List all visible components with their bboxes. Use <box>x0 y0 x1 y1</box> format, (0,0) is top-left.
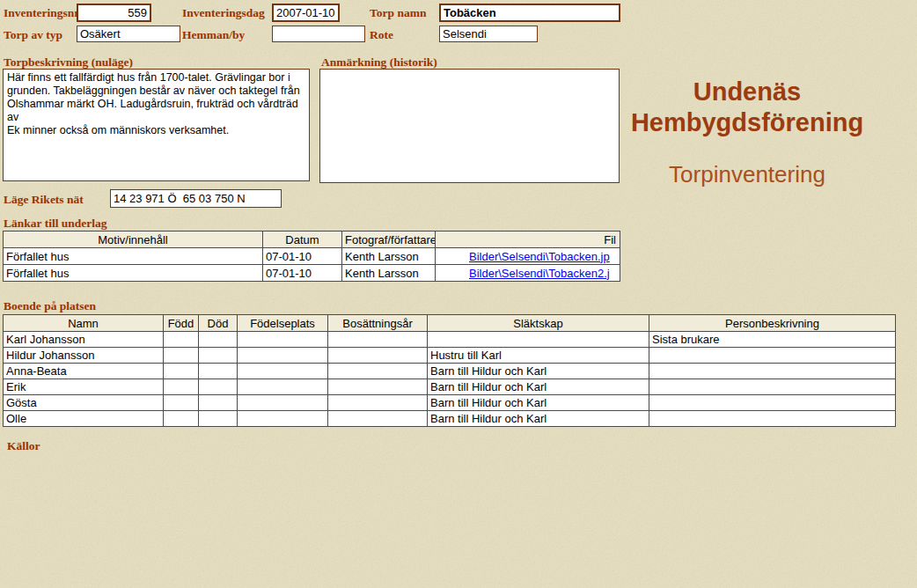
hemman-by-input[interactable] <box>272 26 365 42</box>
cell-slaktskap: Barn till Hildur och Karl <box>428 379 649 395</box>
links-col-fotograf: Fotograf/författare <box>342 232 436 248</box>
cell-motiv: Förfallet hus <box>4 265 263 282</box>
inventeringsnr-input[interactable] <box>77 4 151 22</box>
cell-dod <box>199 411 238 427</box>
table-row: ErikBarn till Hildur och Karl <box>4 379 896 395</box>
table-row: GöstaBarn till Hildur och Karl <box>4 395 896 411</box>
cell-fodelseplats <box>238 395 328 411</box>
cell-fodd <box>164 379 199 395</box>
cell-bosattningsar <box>328 364 428 379</box>
cell-fodelseplats <box>238 364 328 379</box>
cell-bosattningsar <box>328 411 428 427</box>
cell-dod <box>199 348 238 364</box>
residents-section-heading: Boende på platsen <box>4 299 96 313</box>
torpbeskrivning-label: Torpbeskrivning (nuläge) <box>4 55 133 70</box>
links-table: Motiv/innehåll Datum Fotograf/författare… <box>3 231 620 282</box>
residents-col-bosattningsar: Bosättningsår <box>328 315 428 332</box>
file-link[interactable]: Bilder\Selsendi\Tobacken.jp <box>469 250 610 263</box>
cell-dod <box>199 332 238 348</box>
cell-slaktskap: Barn till Hildur och Karl <box>428 395 649 411</box>
torp-namn-input[interactable] <box>439 4 620 22</box>
org-title-line1: Undenäs <box>605 77 889 107</box>
cell-personbeskrivning: Sista brukare <box>649 332 896 348</box>
cell-fodd <box>164 395 199 411</box>
cell-fodd <box>164 364 199 379</box>
cell-slaktskap: Hustru till Karl <box>428 348 649 364</box>
cell-fodd <box>164 348 199 364</box>
cell-fodelseplats <box>238 348 328 364</box>
torpbeskrivning-textarea[interactable]: Här finns ett fallfärdigt hus från 1700-… <box>3 69 310 181</box>
table-row: Karl JohanssonSista brukare <box>4 332 896 348</box>
cell-datum: 07-01-10 <box>263 248 342 265</box>
cell-fil: Bilder\Selsendi\Tobacken.jp <box>436 248 620 265</box>
cell-personbeskrivning <box>649 379 896 395</box>
cell-bosattningsar <box>328 395 428 411</box>
links-col-datum: Datum <box>263 232 342 248</box>
anmarkning-textarea[interactable] <box>319 69 620 183</box>
cell-dod <box>199 379 238 395</box>
rote-input[interactable] <box>439 26 538 42</box>
cell-fodd <box>164 332 199 348</box>
org-title-block: Undenäs Hembygdsförening Torpinventering <box>605 77 889 188</box>
anmarkning-label: Anmärkning (historik) <box>321 55 437 70</box>
cell-datum: 07-01-10 <box>263 265 342 282</box>
cell-bosattningsar <box>328 379 428 395</box>
cell-personbeskrivning <box>649 348 896 364</box>
cell-fotograf: Kenth Larsson <box>342 248 436 265</box>
inventeringsnr-label: Inventeringsnr <box>4 6 79 20</box>
cell-fodelseplats <box>238 379 328 395</box>
rote-label: Rote <box>370 28 393 42</box>
torp-namn-label: Torp namn <box>370 6 426 20</box>
cell-personbeskrivning <box>649 395 896 411</box>
cell-bosattningsar <box>328 348 428 364</box>
torpinventering-form-page: Inventeringsnr Inventeringsdag Torp namn… <box>0 0 917 588</box>
table-row: Hildur JohanssonHustru till Karl <box>4 348 896 364</box>
cell-namn: Karl Johansson <box>4 332 164 348</box>
org-title-line2: Hembygdsförening <box>605 107 889 138</box>
residents-col-namn: Namn <box>4 315 164 332</box>
cell-bosattningsar <box>328 332 428 348</box>
residents-table-header-row: Namn Född Död Födelseplats Bosättningsår… <box>4 315 896 332</box>
cell-motiv: Förfallet hus <box>4 248 263 265</box>
cell-namn: Olle <box>4 411 164 427</box>
cell-slaktskap: Barn till Hildur och Karl <box>428 411 649 427</box>
cell-namn: Anna-Beata <box>4 364 164 379</box>
cell-fodelseplats <box>238 332 328 348</box>
links-col-motiv: Motiv/innehåll <box>4 232 263 248</box>
table-row: OlleBarn till Hildur och Karl <box>4 411 896 427</box>
links-section-heading: Länkar till underlag <box>4 217 107 231</box>
lage-rikets-nat-label: Läge Rikets nät <box>4 193 84 207</box>
torp-av-typ-input[interactable] <box>77 26 180 42</box>
inventeringsdag-input[interactable] <box>272 4 340 22</box>
residents-col-fodd: Född <box>164 315 199 332</box>
table-row: Förfallet hus07-01-10Kenth LarssonBilder… <box>4 265 620 282</box>
cell-dod <box>199 395 238 411</box>
torp-av-typ-label: Torp av typ <box>4 28 62 42</box>
file-link[interactable]: Bilder\Selsendi\Tobacken2.j <box>469 267 610 280</box>
cell-fodelseplats <box>238 411 328 427</box>
table-row: Förfallet hus07-01-10Kenth LarssonBilder… <box>4 248 620 265</box>
residents-col-personbeskrivning: Personbeskrivning <box>649 315 896 332</box>
residents-table: Namn Född Död Födelseplats Bosättningsår… <box>3 314 896 427</box>
sources-heading: Källor <box>7 439 40 453</box>
residents-col-dod: Död <box>199 315 238 332</box>
links-col-fil: Fil <box>436 232 620 248</box>
cell-slaktskap <box>428 332 649 348</box>
cell-fil: Bilder\Selsendi\Tobacken2.j <box>436 265 620 282</box>
page-title: Torpinventering <box>605 161 889 188</box>
lage-rikets-nat-input[interactable] <box>110 189 282 208</box>
cell-dod <box>199 364 238 379</box>
cell-slaktskap: Barn till Hildur och Karl <box>428 364 649 379</box>
cell-namn: Hildur Johansson <box>4 348 164 364</box>
cell-fodd <box>164 411 199 427</box>
cell-namn: Erik <box>4 379 164 395</box>
links-table-header-row: Motiv/innehåll Datum Fotograf/författare… <box>4 232 620 248</box>
residents-col-slaktskap: Släktskap <box>428 315 649 332</box>
cell-fotograf: Kenth Larsson <box>342 265 436 282</box>
cell-personbeskrivning <box>649 364 896 379</box>
cell-personbeskrivning <box>649 411 896 427</box>
inventeringsdag-label: Inventeringsdag <box>182 6 265 20</box>
hemman-by-label: Hemman/by <box>182 28 245 42</box>
residents-col-fodelseplats: Födelseplats <box>238 315 328 332</box>
cell-namn: Gösta <box>4 395 164 411</box>
